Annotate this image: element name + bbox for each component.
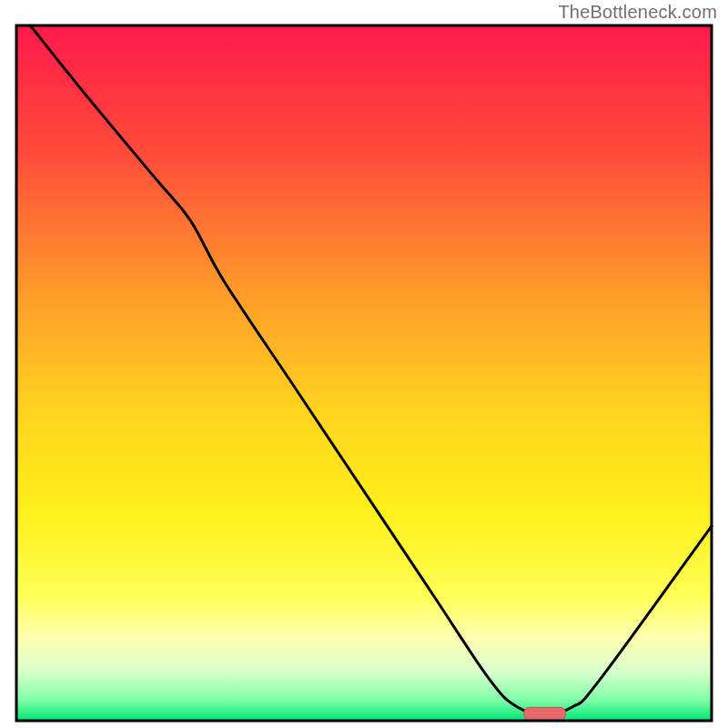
plot-area [16, 25, 712, 721]
watermark-text: TheBottleneck.com [558, 2, 717, 23]
chart-canvas [0, 0, 728, 728]
optimum-marker [524, 707, 566, 720]
